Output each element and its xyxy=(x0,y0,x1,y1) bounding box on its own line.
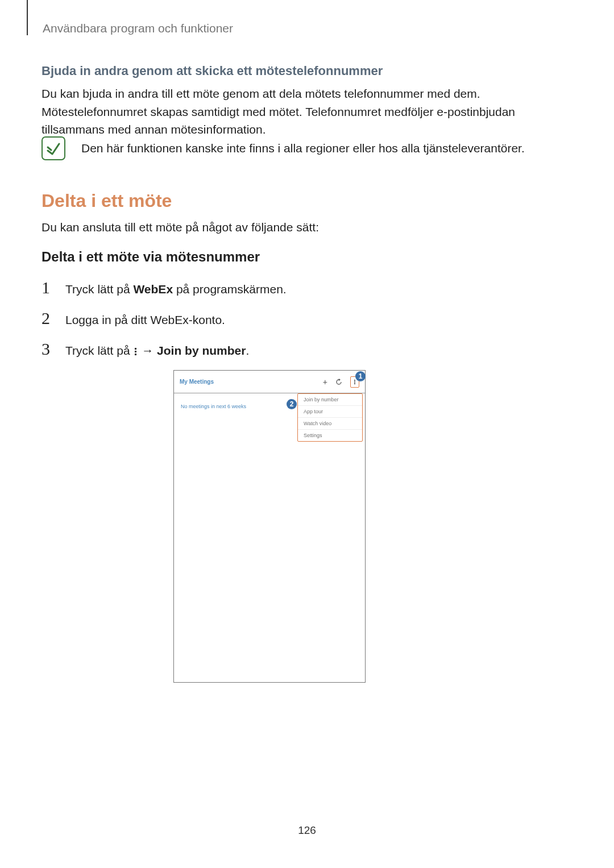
step-number: 1 xyxy=(42,278,54,297)
arrow-icon: → xyxy=(138,344,157,357)
menu-item-tour[interactable]: App tour xyxy=(298,406,362,418)
step-text: Tryck lätt på WebEx på programskärmen. xyxy=(65,283,287,296)
paragraph-join-intro: Du kan ansluta till ett möte på något av… xyxy=(42,218,572,236)
step1-pre: Tryck lätt på xyxy=(65,283,133,296)
page-header: Användbara program och funktioner xyxy=(43,22,233,35)
heading-join: Delta i ett möte xyxy=(42,190,172,211)
note-row: Den här funktionen kanske inte finns i a… xyxy=(42,136,572,160)
app-header: My Meetings + xyxy=(174,371,365,393)
step-text: Logga in på ditt WebEx-konto. xyxy=(65,313,225,327)
step3-bold: Join by number xyxy=(157,344,246,357)
plus-icon[interactable]: + xyxy=(323,377,327,387)
app-title: My Meetings xyxy=(180,379,214,385)
webex-screenshot: My Meetings + No meetings in next 6 week… xyxy=(173,370,366,683)
step-number: 2 xyxy=(42,309,54,328)
manual-page: Användbara program och funktioner Bjuda … xyxy=(0,0,614,868)
callout-1: 1 xyxy=(355,371,366,381)
refresh-icon[interactable] xyxy=(335,379,342,385)
paragraph-invite: Du kan bjuda in andra till ett möte geno… xyxy=(42,85,572,139)
app-header-icons: + xyxy=(323,376,359,388)
step-1: 1 Tryck lätt på WebEx på programskärmen. xyxy=(42,278,572,297)
step3-post: . xyxy=(246,344,249,357)
note-text: Den här funktionen kanske inte finns i a… xyxy=(81,142,572,155)
callout-2: 2 xyxy=(287,399,297,409)
page-edge xyxy=(27,0,28,35)
step-2: 2 Logga in på ditt WebEx-konto. xyxy=(42,309,572,328)
page-number: 126 xyxy=(0,824,614,837)
step1-bold: WebEx xyxy=(133,283,173,296)
step-number: 3 xyxy=(42,339,54,359)
overflow-menu: Join by number App tour Watch video Sett… xyxy=(297,393,363,442)
step1-post: på programskärmen. xyxy=(173,283,287,296)
vertical-dots-icon xyxy=(135,347,136,356)
menu-item-settings[interactable]: Settings xyxy=(298,430,362,441)
step-text: Tryck lätt på → Join by number. xyxy=(65,344,249,358)
step-3: 3 Tryck lätt på → Join by number. xyxy=(42,339,572,359)
step3-pre: Tryck lätt på xyxy=(65,344,133,357)
subheading-join-number: Delta i ett möte via mötesnummer xyxy=(42,249,260,265)
menu-item-join[interactable]: Join by number xyxy=(298,394,362,406)
note-icon xyxy=(42,136,65,160)
subheading-invite: Bjuda in andra genom att skicka ett möte… xyxy=(42,64,383,78)
menu-item-video[interactable]: Watch video xyxy=(298,418,362,430)
